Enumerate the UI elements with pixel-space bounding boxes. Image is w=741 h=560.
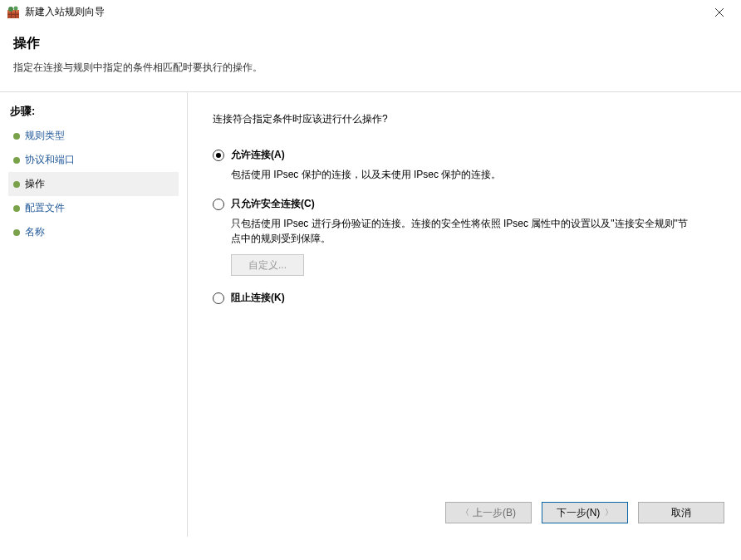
steps-sidebar: 步骤: 规则类型 协议和端口 操作 配置文件 名称 (0, 92, 188, 537)
firewall-icon (7, 6, 20, 19)
button-label: 取消 (671, 506, 691, 520)
cancel-button[interactable]: 取消 (638, 502, 724, 523)
step-rule-type[interactable]: 规则类型 (8, 124, 179, 148)
chevron-left-icon: 〈 (461, 507, 469, 518)
svg-rect-2 (7, 14, 19, 15)
radio-block[interactable] (213, 292, 224, 304)
option-title: 只允许安全连接(C) (231, 197, 315, 211)
step-label: 协议和端口 (25, 153, 75, 167)
step-profile[interactable]: 配置文件 (8, 196, 179, 220)
question-text: 连接符合指定条件时应该进行什么操作? (213, 112, 716, 126)
bullet-icon (13, 133, 20, 140)
button-label: 上一步(B) (473, 506, 516, 520)
option-allow-connection: 允许连接(A) 包括使用 IPsec 保护的连接，以及未使用 IPsec 保护的… (213, 148, 716, 182)
button-label: 下一步(N) (557, 506, 601, 520)
bullet-icon (13, 229, 20, 236)
option-row: 阻止连接(K) (213, 291, 716, 305)
option-description: 只包括使用 IPsec 进行身份验证的连接。连接的安全性将依照 IPsec 属性… (231, 216, 696, 246)
svg-point-5 (8, 7, 13, 12)
chevron-right-icon: 〉 (605, 507, 613, 518)
option-block-connection: 阻止连接(K) (213, 291, 716, 305)
step-label: 操作 (25, 177, 45, 191)
step-name[interactable]: 名称 (8, 220, 179, 244)
radio-allow[interactable] (213, 150, 224, 161)
step-protocol-ports[interactable]: 协议和端口 (8, 148, 179, 172)
back-button[interactable]: 〈 上一步(B) (445, 502, 532, 523)
option-description: 包括使用 IPsec 保护的连接，以及未使用 IPsec 保护的连接。 (231, 167, 696, 182)
close-icon (715, 8, 724, 17)
option-allow-secure-connection: 只允许安全连接(C) 只包括使用 IPsec 进行身份验证的连接。连接的安全性将… (213, 197, 716, 276)
option-title: 允许连接(A) (231, 148, 285, 162)
svg-rect-4 (15, 10, 16, 18)
step-label: 配置文件 (25, 201, 65, 215)
option-row: 只允许安全连接(C) (213, 197, 716, 211)
bullet-icon (13, 157, 20, 164)
wizard-content: 连接符合指定条件时应该进行什么操作? 允许连接(A) 包括使用 IPsec 保护… (188, 92, 741, 537)
page-description: 指定在连接与规则中指定的条件相匹配时要执行的操作。 (13, 61, 728, 75)
close-button[interactable] (701, 1, 738, 24)
step-action[interactable]: 操作 (8, 172, 179, 196)
radio-secure[interactable] (213, 199, 224, 210)
steps-heading: 步骤: (8, 101, 179, 124)
window-title: 新建入站规则向导 (25, 5, 701, 19)
step-label: 名称 (25, 225, 45, 239)
customize-button: 自定义... (231, 254, 304, 276)
wizard-footer: 〈 上一步(B) 下一步(N) 〉 取消 (445, 502, 724, 523)
page-title: 操作 (13, 35, 728, 52)
svg-point-6 (14, 6, 18, 10)
option-row: 允许连接(A) (213, 148, 716, 162)
next-button[interactable]: 下一步(N) 〉 (542, 502, 628, 523)
wizard-body: 步骤: 规则类型 协议和端口 操作 配置文件 名称 连接符合指定条件时应该进行什… (0, 91, 741, 537)
wizard-header: 操作 指定在连接与规则中指定的条件相匹配时要执行的操作。 (0, 25, 741, 91)
bullet-icon (13, 205, 20, 212)
step-label: 规则类型 (25, 129, 65, 143)
bullet-icon (13, 181, 20, 188)
titlebar: 新建入站规则向导 (0, 0, 741, 25)
option-title: 阻止连接(K) (231, 291, 285, 305)
